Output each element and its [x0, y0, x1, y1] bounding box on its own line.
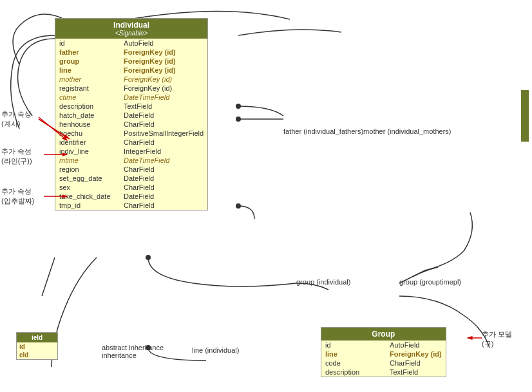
table-row: ctimeDateTimeField: [55, 93, 207, 102]
table-row: hoechuPositiveSmallIntegerField: [55, 129, 207, 138]
field-type: DateTimeField: [124, 93, 169, 101]
field-type: CharField: [124, 183, 155, 191]
annotation-abstract: abstract inheritance inheritance: [102, 344, 164, 359]
annotation-extra-model: 추가 모델 (구): [482, 330, 512, 349]
table-row: fatherForeignKey (id): [55, 48, 207, 57]
annotation-group-grouptimepl: group (grouptimepl): [399, 278, 461, 286]
field-type: CharField: [124, 138, 155, 146]
field-type: ForeignKey (id): [124, 66, 176, 74]
field-type: PositiveSmallIntegerField: [124, 129, 204, 137]
annotation-father-mother: father (individual_fathers)mother (indiv…: [283, 127, 451, 135]
individual-table-header: Individual <Signable>: [55, 19, 207, 39]
annotation-keosa: 추가 속성 (계사): [1, 109, 32, 129]
field-type: TextField: [390, 368, 418, 376]
table-row: idAutoField: [55, 39, 207, 48]
field-type: ForeignKey (id): [124, 75, 172, 83]
group-table-header: Group: [321, 328, 446, 341]
individual-table: Individual <Signable> idAutoFieldfatherF…: [55, 18, 208, 210]
group-table-body: idAutoFieldlineForeignKey (id)codeCharFi…: [321, 341, 446, 377]
field-name: father: [59, 48, 117, 56]
field-name: henhouse: [59, 120, 117, 128]
field-type: DateField: [124, 192, 154, 200]
table-row: lineForeignKey (id): [55, 66, 207, 75]
field-name: description: [59, 102, 117, 110]
field-name: hatch_date: [59, 111, 117, 119]
field-name: code: [325, 359, 383, 367]
field-name: indiv_line: [59, 147, 117, 155]
field-type: AutoField: [390, 341, 419, 349]
field-name: group: [59, 57, 117, 65]
field-type: CharField: [124, 165, 155, 173]
field-name: line: [325, 350, 383, 358]
field-type: TextField: [124, 102, 152, 110]
table-row: lineForeignKey (id): [321, 350, 446, 359]
table-row: groupForeignKey (id): [55, 57, 207, 66]
field-name: identifier: [59, 138, 117, 146]
small-row-2: eld: [17, 351, 57, 359]
field-type: CharField: [390, 359, 421, 367]
field-type: ForeignKey (id): [124, 48, 176, 56]
field-type: DateTimeField: [124, 156, 169, 164]
group-title: Group: [325, 330, 442, 339]
field-name: set_egg_date: [59, 174, 117, 182]
field-type: DateField: [124, 111, 154, 119]
small-table: ield id eld: [16, 332, 58, 360]
field-name: id: [325, 341, 383, 349]
table-row: indiv_lineIntegerField: [55, 147, 207, 156]
field-type: ForeignKey (id): [390, 350, 442, 358]
field-type: ForeignKey (id): [124, 84, 172, 92]
field-name: sex: [59, 183, 117, 191]
field-name: take_chick_date: [59, 192, 117, 200]
table-row: identifierCharField: [55, 138, 207, 147]
table-row: mtimeDateTimeField: [55, 156, 207, 165]
field-name: mtime: [59, 156, 117, 164]
table-row: tmp_idCharField: [55, 201, 207, 210]
table-row: descriptionTextField: [55, 102, 207, 111]
table-row: motherForeignKey (id): [55, 75, 207, 84]
small-table-header: ield: [17, 333, 57, 342]
field-name: hoechu: [59, 129, 117, 137]
svg-point-0: [236, 104, 241, 109]
table-row: descriptionTextField: [321, 368, 446, 377]
field-type: IntegerField: [124, 147, 161, 155]
table-row: regionCharField: [55, 165, 207, 174]
group-table: Group idAutoFieldlineForeignKey (id)code…: [321, 327, 446, 377]
table-row: take_chick_dateDateField: [55, 192, 207, 201]
individual-title: Individual: [59, 21, 204, 30]
svg-point-2: [146, 255, 151, 260]
annotation-inputdate: 추가 속성 (입추발짜): [1, 187, 34, 206]
field-type: AutoField: [124, 39, 153, 47]
annotation-line-individual: line (individual): [192, 346, 239, 354]
field-name: mother: [59, 75, 117, 83]
table-row: sexCharField: [55, 183, 207, 192]
table-row: registrantForeignKey (id): [55, 84, 207, 93]
table-row: set_egg_dateDateField: [55, 174, 207, 183]
field-name: ctime: [59, 93, 117, 101]
field-type: ForeignKey (id): [124, 57, 176, 65]
field-name: line: [59, 66, 117, 74]
table-row: hatch_dateDateField: [55, 111, 207, 120]
annotation-group-individual: group (individual): [296, 278, 350, 286]
svg-point-1: [236, 117, 241, 122]
table-row: idAutoField: [321, 341, 446, 350]
field-type: CharField: [124, 201, 155, 209]
svg-point-4: [236, 203, 241, 209]
individual-table-body: idAutoFieldfatherForeignKey (id)groupFor…: [55, 39, 207, 210]
individual-subtitle: <Signable>: [59, 30, 204, 37]
table-row: henhouseCharField: [55, 120, 207, 129]
field-name: description: [325, 368, 383, 376]
field-name: id: [59, 39, 117, 47]
small-row-1: id: [17, 342, 57, 351]
annotation-rainku: 추가 속성 (라인(구)): [1, 147, 32, 166]
green-indicator-bar: [521, 90, 529, 142]
field-name: region: [59, 165, 117, 173]
table-row: codeCharField: [321, 359, 446, 368]
field-name: registrant: [59, 84, 117, 92]
field-name: tmp_id: [59, 201, 117, 209]
field-type: CharField: [124, 120, 155, 128]
field-type: DateField: [124, 174, 154, 182]
